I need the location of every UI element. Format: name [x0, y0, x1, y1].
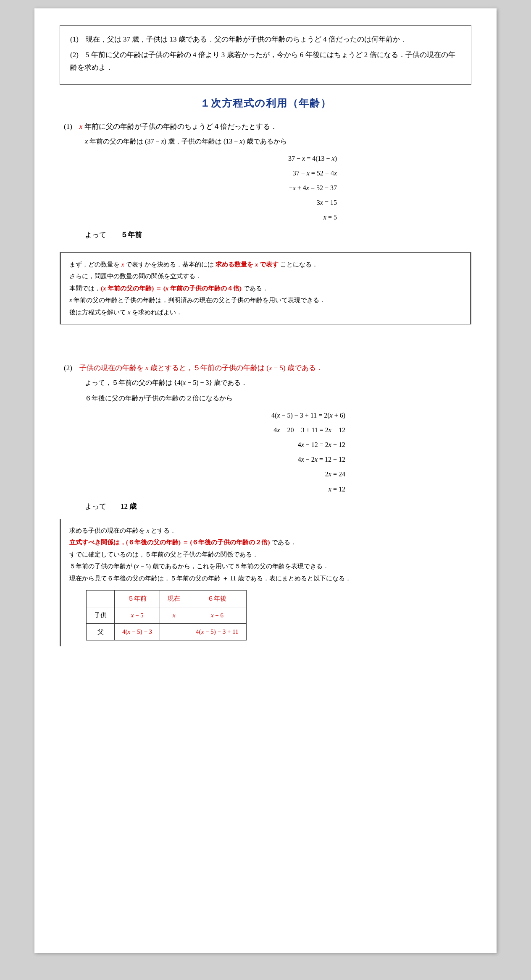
eq1-1: 37 − x = 4(13 − x) — [194, 151, 337, 166]
note1-line1-prefix: まず，どの数量を — [69, 261, 121, 268]
note2-line3: すでに確定しているのは，５年前の父と子供の年齢の関係である． — [69, 551, 258, 558]
eq2-6: x = 12 — [186, 482, 345, 497]
note1-line3-pre: 本間では， — [69, 285, 101, 292]
note1-line1-end: ことになる． — [279, 261, 318, 268]
part1-step1: x 年前の父の年齢は (37 − x) 歳，子供の年齢は (13 − x) 歳で… — [85, 136, 471, 148]
part2-equations: 4(x − 5) − 3 + 11 = 2(x + 6) 4x − 20 − 3… — [60, 408, 471, 497]
eq2-5: 2x = 24 — [186, 467, 345, 481]
part2-answer: よって 12 歳 — [85, 502, 471, 511]
section-title: １次方程式の利用（年齢） — [60, 97, 471, 110]
note-box-1: まず，どの数量を x で表すかを決める．基本的には 求める数量を x で表す こ… — [60, 252, 471, 325]
problem-item2: (2) 5 年前に父の年齢は子供の年齢の 4 倍より 3 歳若かったが，今から … — [70, 49, 461, 74]
part1-equations: 37 − x = 4(13 − x) 37 − x = 52 − 4x −x +… — [60, 151, 471, 225]
note-box-2: 求める子供の現在の年齢を x とする． 立式すべき関係は，(６年後の父の年齢) … — [60, 519, 471, 646]
eq1-2: 37 − x = 52 − 4x — [194, 166, 337, 180]
note1-line3-end: である． — [242, 285, 268, 292]
table-cell-father-5ago: 4(x − 5) − 3 — [115, 624, 160, 640]
table-header-5years-ago: ５年前 — [115, 591, 160, 607]
eq1-3: −x + 4x = 52 − 37 — [194, 180, 337, 195]
note2-line1: 求める子供の現在の年齢を x とする． — [69, 527, 176, 534]
table-cell-child-label: 子供 — [87, 607, 115, 624]
eq2-2: 4x − 20 − 3 + 11 = 2x + 12 — [186, 423, 345, 437]
part2-solution: (2) 子供の現在の年齢を x 歳とすると，５年前の子供の年齢は (x − 5)… — [60, 363, 471, 511]
part2-number: (2) — [64, 364, 79, 372]
table-cell-child-now: x — [160, 607, 188, 624]
problem-box: (1) 現在，父は 37 歳，子供は 13 歳である．父の年齢が子供の年齢のちょ… — [60, 25, 471, 85]
part1-label: (1) x 年前に父の年齢が子供の年齢のちょうど４倍だったとする． — [64, 122, 471, 131]
table-cell-father-now — [160, 624, 188, 640]
part1-number: (1) — [64, 123, 79, 131]
eq2-1: 4(x − 5) − 3 + 11 = 2(x + 6) — [186, 408, 345, 423]
part1-solution: (1) x 年前に父の年齢が子供の年齢のちょうど４倍だったとする． x 年前の父… — [60, 122, 471, 240]
eq2-3: 4x − 12 = 2x + 12 — [186, 437, 345, 452]
table-header-6years-later: ６年後 — [188, 591, 247, 607]
eq1-5: x = 5 — [194, 210, 337, 225]
table-row-child: 子供 x − 5 x x + 6 — [87, 607, 247, 624]
note1-line5: 後は方程式を解いて x を求めればよい． — [69, 309, 182, 316]
table-header-now: 現在 — [160, 591, 188, 607]
table-cell-father-label: 父 — [87, 624, 115, 640]
part2-intro: 子供の現在の年齢を x 歳とすると，５年前の子供の年齢は (x − 5) 歳であ… — [79, 364, 323, 372]
note2-line2-bold: 立式すべき関係は，(６年後の父の年齢) ＝ (６年後の子供の年齢の２倍) — [69, 539, 270, 546]
part1-intro: 年前に父の年齢が子供の年齢のちょうど４倍だったとする． — [82, 123, 277, 131]
note2-line5: 現在から見て６年後の父の年齢は，５年前の父の年齢 ＋ 11 歳である．表にまとめ… — [69, 575, 351, 582]
table-cell-father-6later: 4(x − 5) − 3 + 11 — [188, 624, 247, 640]
part2-step1: よって，５年前の父の年齢は {4(x − 5) − 3} 歳である． — [85, 377, 471, 389]
part1-answer: よって ５年前 — [85, 230, 471, 240]
age-table-wrapper: ５年前 現在 ６年後 子供 x − 5 x x + 6 父 4(x − 5) −… — [86, 590, 463, 640]
age-table: ５年前 現在 ６年後 子供 x − 5 x x + 6 父 4(x − 5) −… — [86, 590, 247, 640]
note2-line2-end: である． — [270, 539, 297, 546]
problem-item1: (1) 現在，父は 37 歳，子供は 13 歳である．父の年齢が子供の年齢のちょ… — [70, 33, 461, 46]
table-row-father: 父 4(x − 5) − 3 4(x − 5) − 3 + 11 — [87, 624, 247, 640]
table-cell-child-5ago: x − 5 — [115, 607, 160, 624]
table-cell-child-6later: x + 6 — [188, 607, 247, 624]
note1-line3-bold: (x 年前の父の年齢) ＝ (x 年前の子供の年齢の４倍) — [101, 285, 242, 292]
page: (1) 現在，父は 37 歳，子供は 13 歳である．父の年齢が子供の年齢のちょ… — [34, 8, 497, 953]
eq1-4: 3x = 15 — [194, 195, 337, 210]
table-header-empty — [87, 591, 115, 607]
eq2-4: 4x − 2x = 12 + 12 — [186, 452, 345, 467]
note1-line1-bold: 求める数量を x で表す — [216, 261, 279, 268]
part2-step2: ６年後に父の年齢が子供の年齢の２倍になるから — [85, 392, 471, 405]
note1-line4: x 年前の父の年齢と子供の年齢は，判明済みの現在の父と子供の年齢を用いて表現でき… — [69, 297, 326, 303]
part2-label: (2) 子供の現在の年齢を x 歳とすると，５年前の子供の年齢は (x − 5)… — [64, 363, 471, 373]
note1-line1-mid: で表すかを決める．基本的には — [124, 261, 216, 268]
note2-line4: ５年前の子供の年齢が (x − 5) 歳であるから，これを用いて５年前の父の年齢… — [69, 563, 329, 570]
note1-line2: さらに，問題中の数量の間の関係を立式する． — [69, 273, 202, 280]
